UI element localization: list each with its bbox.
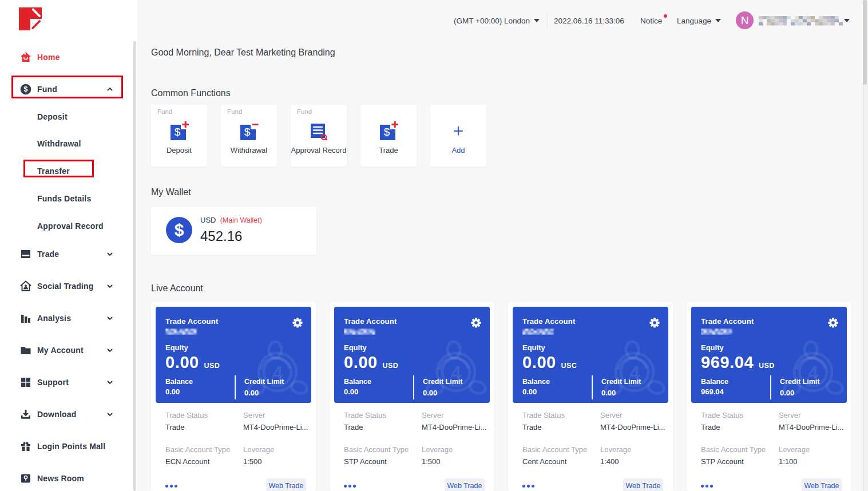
svg-text:$: $	[384, 126, 390, 138]
svg-text:$: $	[175, 126, 181, 138]
svg-text:4: 4	[808, 362, 819, 383]
svg-text:$: $	[24, 85, 28, 93]
svg-text:4: 4	[451, 362, 462, 383]
svg-text:4: 4	[272, 362, 283, 383]
svg-text:$: $	[244, 126, 251, 138]
svg-text:4: 4	[629, 362, 640, 383]
